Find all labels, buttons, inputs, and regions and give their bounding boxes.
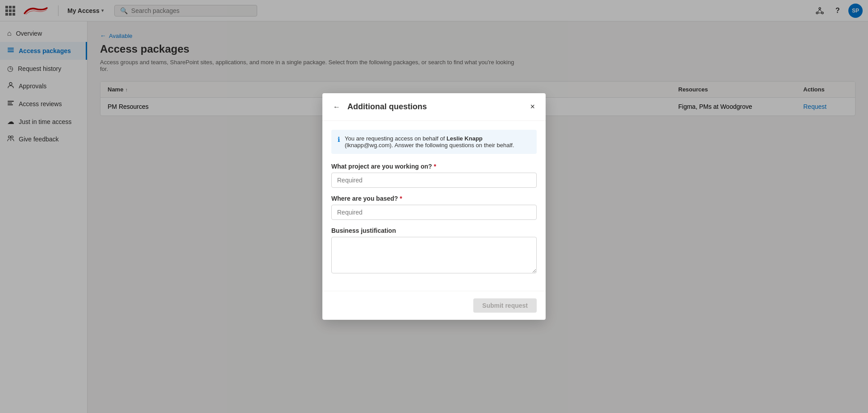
info-icon: ℹ (338, 136, 340, 144)
modal-overlay[interactable]: ← Additional questions × ℹ You are reque… (0, 0, 868, 413)
modal-back-icon: ← (333, 103, 340, 111)
modal-header: ← Additional questions × (322, 93, 546, 121)
info-text: You are requesting access on behalf of L… (345, 135, 530, 149)
form-group-justification: Business justification (331, 227, 537, 275)
submit-request-button[interactable]: Submit request (473, 298, 537, 313)
modal-back-button[interactable]: ← (331, 101, 342, 113)
user-name: Leslie Knapp (447, 135, 483, 142)
location-input[interactable] (331, 205, 537, 220)
justification-textarea[interactable] (331, 237, 537, 273)
form-label-project: What project are you working on? * (331, 163, 537, 170)
modal-title: Additional questions (347, 102, 523, 112)
form-group-project: What project are you working on? * (331, 163, 537, 188)
form-group-location: Where are you based? * (331, 195, 537, 220)
modal-footer: Submit request (322, 291, 546, 320)
modal-dialog: ← Additional questions × ℹ You are reque… (322, 93, 546, 320)
required-star-project: * (434, 163, 436, 170)
info-text-after: Answer the following questions on their … (393, 142, 514, 149)
form-label-justification: Business justification (331, 227, 537, 234)
info-text-before: You are requesting access on behalf of (345, 135, 447, 142)
modal-body: ℹ You are requesting access on behalf of… (322, 121, 546, 291)
project-input[interactable] (331, 173, 537, 188)
required-star-location: * (400, 195, 402, 202)
field-label-location: Where are you based? (331, 195, 398, 202)
modal-close-button[interactable]: × (528, 100, 537, 113)
close-icon: × (530, 102, 535, 112)
form-label-location: Where are you based? * (331, 195, 537, 202)
field-label-project: What project are you working on? (331, 163, 432, 170)
info-banner: ℹ You are requesting access on behalf of… (331, 130, 537, 154)
user-email: (lknapp@wg.com). (345, 142, 393, 149)
